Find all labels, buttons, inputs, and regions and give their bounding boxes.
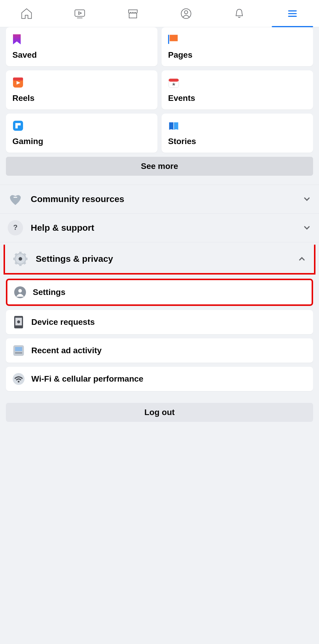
- svg-point-26: [19, 257, 22, 261]
- video-icon: [73, 7, 86, 20]
- svg-rect-9: [168, 35, 169, 44]
- settings-item-device-requests[interactable]: Device requests: [6, 310, 313, 334]
- svg-rect-0: [75, 10, 85, 16]
- svg-rect-33: [15, 347, 22, 351]
- nav-tab-notifications[interactable]: [213, 0, 266, 27]
- stories-icon: [168, 120, 179, 131]
- svg-point-31: [17, 320, 20, 323]
- section-title: Settings & privacy: [36, 254, 297, 264]
- settings-item-label: Settings: [33, 288, 65, 297]
- gaming-icon: [12, 120, 24, 131]
- chevron-down-icon: [302, 195, 311, 204]
- shortcut-label: Pages: [168, 50, 307, 60]
- section-title: Help & support: [31, 223, 302, 233]
- svg-rect-15: [169, 79, 179, 82]
- svg-point-36: [18, 381, 19, 382]
- svg-text:★: ★: [172, 82, 176, 87]
- shortcut-saved[interactable]: Saved: [6, 27, 157, 66]
- nav-tab-menu[interactable]: [266, 0, 319, 27]
- nav-tab-video[interactable]: [53, 0, 106, 27]
- menu-icon: [286, 7, 299, 20]
- see-more-button[interactable]: See more: [6, 157, 313, 176]
- nav-tab-home[interactable]: [0, 0, 53, 27]
- home-icon: [20, 7, 33, 20]
- shortcut-grid: Saved Pages Reels ★ Events Gaming Storie…: [0, 27, 319, 157]
- settings-item-label: Wi-Fi & cellular performance: [31, 374, 143, 384]
- svg-point-28: [18, 289, 22, 293]
- ad-activity-icon: [12, 344, 25, 357]
- saved-icon: [12, 34, 24, 45]
- shortcut-gaming[interactable]: Gaming: [6, 114, 157, 153]
- device-icon: [12, 316, 25, 328]
- shortcut-label: Gaming: [12, 137, 151, 146]
- community-icon: [8, 191, 23, 207]
- settings-item-label: Recent ad activity: [31, 346, 102, 355]
- section-settings-privacy[interactable]: Settings & privacy: [4, 245, 315, 275]
- chevron-up-icon: [297, 254, 306, 263]
- shortcut-reels[interactable]: Reels: [6, 70, 157, 109]
- section-community-resources[interactable]: Community resources: [0, 185, 319, 213]
- shortcut-events[interactable]: ★ Events: [162, 70, 313, 109]
- svg-rect-17: [13, 121, 23, 131]
- nav-tab-marketplace[interactable]: [106, 0, 160, 27]
- nav-tab-profile[interactable]: [160, 0, 213, 27]
- svg-rect-34: [15, 352, 22, 354]
- svg-rect-12: [13, 78, 23, 80]
- svg-marker-1: [79, 12, 81, 14]
- settings-item-wifi-cellular[interactable]: Wi-Fi & cellular performance: [6, 367, 313, 391]
- settings-item-settings[interactable]: Settings: [6, 279, 313, 306]
- shortcut-label: Saved: [12, 50, 151, 60]
- shortcut-stories[interactable]: Stories: [162, 114, 313, 153]
- shortcut-label: Events: [168, 93, 307, 103]
- reels-icon: [12, 77, 24, 88]
- profile-icon: [180, 7, 193, 20]
- settings-icon: [14, 286, 26, 298]
- top-nav: [0, 0, 319, 27]
- svg-point-5: [185, 10, 188, 14]
- chevron-down-icon: [302, 223, 311, 232]
- svg-rect-10: [170, 35, 178, 41]
- svg-text:?: ?: [13, 223, 18, 231]
- settings-item-label: Device requests: [31, 317, 95, 327]
- gear-icon: [13, 251, 28, 267]
- marketplace-icon: [126, 7, 139, 20]
- wifi-icon: [12, 373, 25, 385]
- settings-item-recent-ad-activity[interactable]: Recent ad activity: [6, 338, 313, 363]
- help-icon: ?: [8, 220, 23, 235]
- shortcut-label: Reels: [12, 93, 151, 103]
- pages-icon: [168, 34, 179, 45]
- events-icon: ★: [168, 77, 179, 88]
- shortcut-label: Stories: [168, 137, 307, 146]
- svg-rect-3: [129, 13, 137, 18]
- logout-button[interactable]: Log out: [6, 403, 313, 422]
- shortcut-pages[interactable]: Pages: [162, 27, 313, 66]
- section-help-support[interactable]: ? Help & support: [0, 213, 319, 242]
- bell-icon: [233, 7, 246, 20]
- section-title: Community resources: [31, 194, 302, 204]
